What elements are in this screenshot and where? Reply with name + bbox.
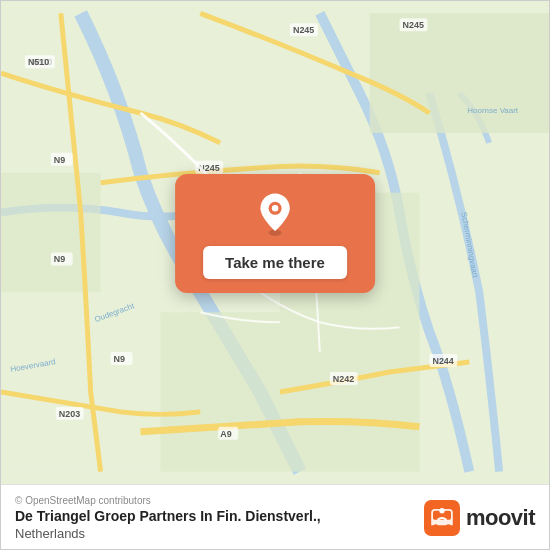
svg-point-39 [439, 508, 444, 513]
svg-text:A9: A9 [220, 429, 231, 439]
svg-text:N510: N510 [28, 57, 49, 67]
svg-text:N9: N9 [54, 254, 65, 264]
app: N510 N510 N245 N245 N9 N9 N9 N245 N2 [0, 0, 550, 550]
svg-rect-1 [370, 13, 549, 133]
svg-text:N244: N244 [432, 356, 453, 366]
svg-text:N245: N245 [293, 25, 314, 35]
moovit-logo: moovit [424, 500, 535, 536]
moovit-icon [424, 500, 460, 536]
footer-left: © OpenStreetMap contributors De Triangel… [15, 495, 321, 541]
svg-text:N9: N9 [54, 155, 65, 165]
svg-text:Hoornse Vaart: Hoornse Vaart [467, 106, 519, 115]
svg-point-37 [433, 524, 438, 529]
popup-card: Take me there [175, 173, 375, 292]
svg-text:N9: N9 [114, 354, 125, 364]
svg-point-38 [445, 524, 450, 529]
location-name: De Triangel Groep Partners In Fin. Diens… [15, 508, 321, 524]
map-container: N510 N510 N245 N245 N9 N9 N9 N245 N2 [1, 1, 549, 484]
footer: © OpenStreetMap contributors De Triangel… [1, 484, 549, 549]
svg-text:N203: N203 [59, 409, 80, 419]
location-pin-icon [253, 191, 297, 235]
map-attribution: © OpenStreetMap contributors [15, 495, 321, 506]
location-country: Netherlands [15, 526, 321, 541]
moovit-logo-text: moovit [466, 505, 535, 531]
svg-text:N245: N245 [403, 20, 424, 30]
svg-text:N242: N242 [333, 374, 354, 384]
svg-point-34 [272, 205, 279, 212]
take-me-there-button[interactable]: Take me there [203, 245, 347, 278]
